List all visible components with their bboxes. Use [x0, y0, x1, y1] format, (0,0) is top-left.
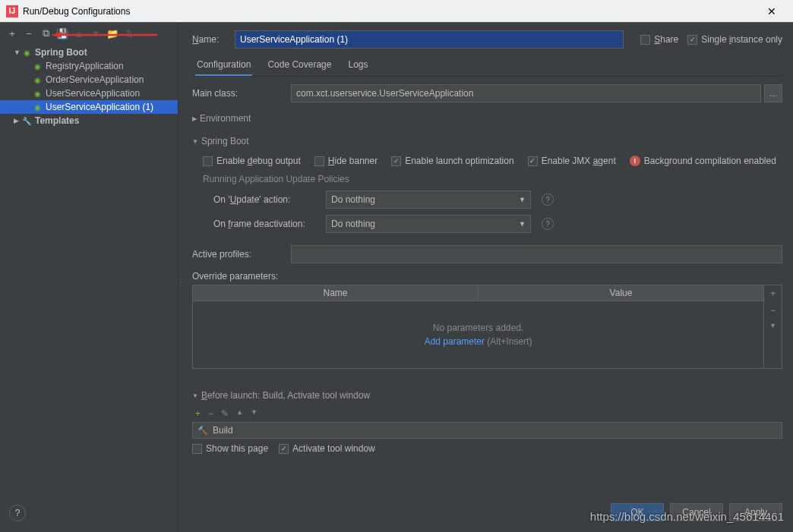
tree-item-label: UserServiceApplication: [46, 88, 140, 99]
folder-button[interactable]: 📁: [105, 26, 120, 41]
dialog-buttons: OK Cancel Apply: [611, 503, 782, 521]
name-label: Name:: [192, 34, 227, 45]
chevron-down-icon: ▼: [192, 392, 198, 399]
window-title: Run/Debug Configurations: [23, 6, 757, 17]
tree-root-spring-boot[interactable]: ▼ ◉ Spring Boot: [0, 46, 178, 59]
spring-boot-icon: ◉: [32, 102, 43, 112]
copy-config-button[interactable]: ⧉: [38, 26, 53, 41]
spring-boot-section[interactable]: ▼ Spring Boot: [192, 136, 782, 146]
tabs: Configuration Code Coverage Logs: [192, 55, 782, 77]
add-parameter-link[interactable]: Add parameter: [425, 336, 485, 347]
tab-code-coverage[interactable]: Code Coverage: [266, 55, 333, 76]
help-icon[interactable]: ?: [542, 218, 554, 230]
spring-boot-icon: ◉: [21, 47, 32, 58]
remove-row-button[interactable]: −: [770, 305, 776, 316]
move-down-task-button[interactable]: ▼: [251, 408, 257, 419]
move-down-button[interactable]: ▼: [88, 26, 103, 41]
ok-button[interactable]: OK: [611, 503, 664, 521]
tree-item-order[interactable]: ◉ OrderServiceApplication: [0, 73, 178, 87]
enable-jmx-checkbox[interactable]: Enable JMX agent: [528, 156, 616, 166]
checkbox-icon: [314, 156, 324, 166]
app-icon: IJ: [6, 5, 18, 17]
before-launch-footer: Show this page Activate tool window: [192, 443, 782, 454]
dialog-body: + − ⧉ 💾 ▲ ▼ 📁 ⇅ ▼ ◉ Spring Boot ◉ Regist…: [0, 23, 793, 532]
checkbox-icon: [203, 156, 213, 166]
tab-configuration[interactable]: Configuration: [195, 55, 252, 76]
name-input[interactable]: [235, 30, 624, 49]
apply-button[interactable]: Apply: [729, 503, 782, 521]
single-instance-checkbox[interactable]: Single instance only: [687, 34, 782, 45]
spring-boot-icon: ◉: [32, 88, 43, 99]
tree-root-templates[interactable]: ▶ 🔧 Templates: [0, 114, 178, 127]
name-row: Name: Share Single instance only: [192, 30, 782, 49]
save-config-button[interactable]: 💾: [55, 26, 70, 41]
share-group: Share Single instance only: [640, 34, 782, 45]
move-up-button[interactable]: ▲: [71, 26, 87, 41]
on-frame-combo[interactable]: Do nothing ▼: [326, 215, 531, 233]
close-icon[interactable]: ✕: [757, 5, 787, 17]
remove-config-button[interactable]: −: [21, 26, 36, 41]
right-panel: Name: Share Single instance only Configu…: [182, 23, 793, 532]
environment-section[interactable]: ▶ Environment: [192, 113, 782, 124]
tab-logs[interactable]: Logs: [346, 55, 369, 76]
cancel-button[interactable]: Cancel: [670, 503, 723, 521]
chevron-down-icon: ▼: [192, 138, 198, 145]
help-button[interactable]: ?: [9, 505, 26, 521]
combo-value: Do nothing: [331, 219, 375, 229]
on-update-combo[interactable]: Do nothing ▼: [326, 190, 531, 209]
hide-banner-checkbox[interactable]: Hide banner: [314, 156, 378, 166]
before-launch-toolbar: + − ✎ ▲ ▼: [192, 405, 782, 422]
before-launch-header[interactable]: ▼ Before launch: Build, Activate tool wi…: [192, 390, 782, 401]
build-task-item[interactable]: 🔨 Build: [192, 422, 782, 439]
dropdown-button[interactable]: ▼: [769, 322, 776, 329]
override-parameters-label: Override parameters:: [192, 271, 782, 282]
move-up-task-button[interactable]: ▲: [236, 408, 243, 419]
environment-label: Environment: [200, 113, 251, 124]
add-config-button[interactable]: +: [5, 26, 20, 41]
spring-boot-label: Spring Boot: [201, 136, 249, 146]
tree-item-label: RegistryApplication: [46, 61, 124, 71]
on-update-row: On 'Update' action: Do nothing ▼ ?: [213, 190, 782, 209]
empty-message: No parameters added.: [433, 323, 523, 333]
checkbox-icon: [528, 156, 538, 166]
active-profiles-row: Active profiles:: [192, 245, 782, 263]
remove-task-button[interactable]: −: [208, 408, 213, 419]
add-row-button[interactable]: +: [770, 288, 776, 299]
share-checkbox[interactable]: Share: [640, 34, 678, 45]
active-profiles-input[interactable]: [291, 245, 782, 263]
expand-button[interactable]: ⇅: [122, 26, 137, 41]
main-class-input[interactable]: [291, 84, 761, 102]
active-profiles-label: Active profiles:: [192, 249, 291, 260]
on-frame-row: On frame deactivation: Do nothing ▼ ?: [213, 215, 782, 233]
browse-main-class-button[interactable]: …: [764, 84, 782, 102]
table-side-toolbar: + − ▼: [763, 285, 782, 368]
tree-root-label: Spring Boot: [35, 47, 87, 58]
tree-item-user-1[interactable]: ◉ UserServiceApplication (1): [0, 100, 178, 114]
activate-tool-window-checkbox[interactable]: Activate tool window: [279, 443, 375, 454]
left-panel: + − ⧉ 💾 ▲ ▼ 📁 ⇅ ▼ ◉ Spring Boot ◉ Regist…: [0, 23, 179, 532]
add-task-button[interactable]: +: [195, 408, 201, 419]
chevron-right-icon: ▶: [192, 115, 197, 122]
combo-value: Do nothing: [331, 194, 375, 205]
enable-debug-checkbox[interactable]: Enable debug output: [203, 156, 301, 166]
col-name: Name: [193, 285, 479, 301]
spring-boot-icon: ◉: [32, 61, 43, 71]
tree-item-registry[interactable]: ◉ RegistryApplication: [0, 59, 178, 73]
build-task-label: Build: [213, 425, 233, 436]
chevron-down-icon: ▼: [519, 220, 526, 228]
override-parameters-table: Name Value No parameters added. Add para…: [192, 285, 782, 369]
spring-boot-icon: ◉: [32, 74, 43, 85]
main-class-row: Main class: …: [192, 84, 782, 102]
table-header: Name Value: [193, 285, 763, 301]
checkbox-icon: [640, 35, 650, 45]
help-icon[interactable]: ?: [542, 194, 554, 206]
edit-task-button[interactable]: ✎: [221, 408, 229, 419]
spring-boot-options: Enable debug output Hide banner Enable l…: [203, 156, 782, 166]
tree-item-user[interactable]: ◉ UserServiceApplication: [0, 87, 178, 100]
on-frame-label: On frame deactivation:: [213, 219, 320, 229]
enable-launch-opt-checkbox[interactable]: Enable launch optimization: [391, 156, 513, 166]
on-update-label: On 'Update' action:: [213, 194, 320, 205]
add-parameter-hint: (Alt+Insert): [487, 336, 532, 347]
show-this-page-checkbox[interactable]: Show this page: [192, 443, 268, 454]
update-policies-title: Running Application Update Policies: [203, 174, 782, 184]
